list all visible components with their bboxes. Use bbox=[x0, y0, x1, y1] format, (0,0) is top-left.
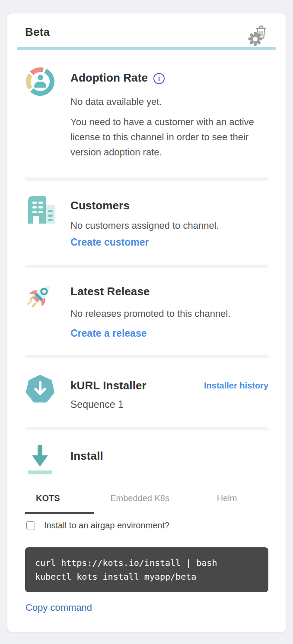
release-empty-text: No releases promoted to this channel. bbox=[70, 307, 268, 320]
section-divider bbox=[25, 355, 268, 358]
section-install: Install bbox=[25, 444, 268, 475]
latest-release-title: Latest Release bbox=[70, 284, 268, 299]
building-icon bbox=[25, 195, 55, 225]
install-title: Install bbox=[70, 449, 268, 463]
kurl-installer-title: kURL Installer bbox=[70, 379, 146, 393]
header-actions bbox=[248, 25, 268, 39]
customers-empty-text: No customers assigned to channel. bbox=[70, 219, 268, 232]
airgap-row: Install to an airgap environment? bbox=[25, 521, 268, 530]
adoption-rate-title-text: Adoption Rate bbox=[70, 71, 148, 84]
adoption-no-data-text: No data available yet. bbox=[70, 95, 268, 108]
tab-kots[interactable]: KOTS bbox=[25, 487, 94, 513]
section-adoption-rate: Adoption Ratei No data available yet. Yo… bbox=[25, 67, 268, 160]
install-command-block: curl https://kots.io/install | bash kube… bbox=[25, 547, 268, 592]
rocket-icon bbox=[25, 279, 55, 313]
section-divider bbox=[25, 427, 268, 430]
command-line: kubectl kots install myapp/beta bbox=[35, 570, 258, 584]
airgap-label: Install to an airgap environment? bbox=[44, 521, 169, 530]
download-arrow-icon bbox=[26, 444, 54, 475]
tab-embedded-k8s[interactable]: Embedded K8s bbox=[94, 487, 185, 513]
section-divider bbox=[25, 265, 268, 268]
installer-sequence-text: Sequence 1 bbox=[70, 398, 268, 411]
install-tabs: KOTS Embedded K8s Helm bbox=[25, 487, 268, 513]
copy-command-link[interactable]: Copy command bbox=[25, 602, 92, 613]
channel-title: Beta bbox=[25, 25, 50, 39]
create-release-link[interactable]: Create a release bbox=[70, 328, 146, 339]
tab-helm[interactable]: Helm bbox=[185, 487, 268, 513]
adoption-donut-icon bbox=[26, 67, 54, 96]
installer-history-link[interactable]: Installer history bbox=[204, 381, 268, 391]
card-header: Beta bbox=[17, 24, 276, 40]
channel-color-bar bbox=[17, 47, 276, 50]
section-latest-release: Latest Release No releases promoted to t… bbox=[25, 279, 268, 339]
info-icon[interactable]: i bbox=[153, 73, 165, 84]
customers-title: Customers bbox=[70, 199, 268, 213]
section-divider bbox=[25, 177, 268, 181]
adoption-description-text: You need to have a customer with an acti… bbox=[70, 114, 266, 160]
section-customers: Customers No customers assigned to chann… bbox=[25, 195, 268, 248]
kurl-heptagon-icon bbox=[25, 375, 55, 404]
section-kurl-installer: kURL Installer Installer history Sequenc… bbox=[25, 375, 268, 411]
create-customer-link[interactable]: Create customer bbox=[70, 237, 149, 248]
channel-card: Beta bbox=[7, 13, 286, 632]
command-line: curl https://kots.io/install | bash bbox=[35, 556, 258, 570]
airgap-checkbox[interactable] bbox=[26, 521, 35, 530]
adoption-rate-title: Adoption Ratei bbox=[70, 71, 268, 85]
